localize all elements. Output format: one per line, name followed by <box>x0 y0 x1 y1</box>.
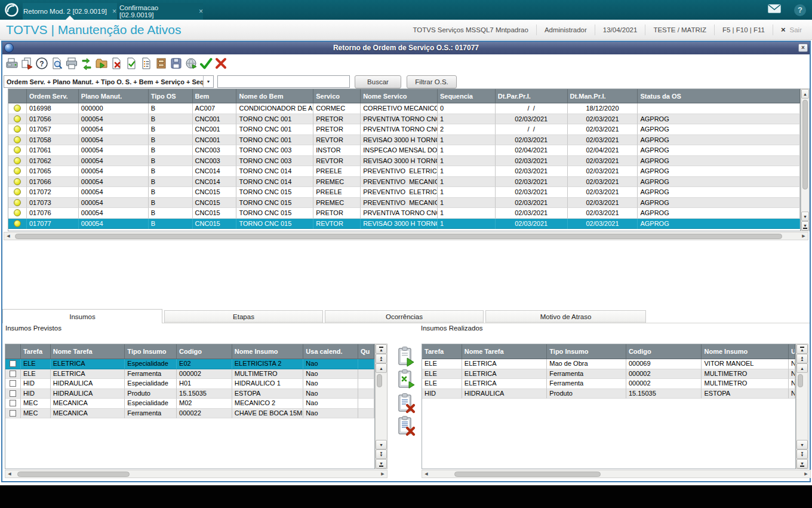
scroll-down-icon[interactable]: ▼ <box>801 212 809 221</box>
scroll-up-icon[interactable]: ▲ <box>801 89 809 99</box>
tab-confirmacao[interactable]: Confirmacao [02.9.0019] × <box>119 3 203 20</box>
refresh-icon[interactable] <box>79 56 94 72</box>
table-row[interactable]: 017058000054BCNC001TORNO CNC 001REVTORRE… <box>8 135 800 146</box>
previstos-horizontal-scrollbar[interactable]: ◀▶ <box>5 470 387 478</box>
scroll-first-icon[interactable]: ▲ <box>376 344 387 354</box>
tab-ocorrencias[interactable]: Ocorrências <box>325 310 484 323</box>
transfer-selected-button[interactable] <box>394 345 417 367</box>
column-header[interactable]: Bem <box>193 89 237 103</box>
filtrar-os-button[interactable]: Filtrar O.S. <box>407 75 457 88</box>
table-row[interactable]: 017073000054BCNC015TORNO CNC 015PREMECPR… <box>8 198 800 209</box>
table-row[interactable]: 017065000054BCNC014TORNO CNC 014PREELEPR… <box>8 166 800 177</box>
row-checkbox[interactable] <box>10 390 16 397</box>
tab-etapas[interactable]: Etapas <box>164 310 323 323</box>
check-doc-icon[interactable] <box>124 56 139 72</box>
scroll-pgdn-icon[interactable]: ▼▼ <box>796 449 808 459</box>
column-header[interactable]: Usa <box>789 344 795 359</box>
scroll-last-icon[interactable]: ▼ <box>376 459 387 469</box>
scrollbar-track[interactable] <box>13 232 799 240</box>
table-row[interactable]: 016998000000BAC007CONDICIONADOR DE ARCOR… <box>8 103 800 114</box>
column-header[interactable] <box>5 344 21 359</box>
archive-icon[interactable] <box>154 56 168 72</box>
globe-icon[interactable] <box>184 56 198 72</box>
scrollbar-track[interactable] <box>430 470 802 478</box>
column-header[interactable]: Servico <box>313 89 361 103</box>
help-icon[interactable]: ? <box>794 4 806 16</box>
tab-insumos[interactable]: Insumos <box>2 309 162 323</box>
column-header[interactable]: Nome do Bem <box>236 89 313 103</box>
row-checkbox[interactable] <box>10 400 16 406</box>
scrollbar-track[interactable] <box>376 373 387 440</box>
os-table-horizontal-scrollbar[interactable]: ◀▶ <box>4 232 808 240</box>
table-row[interactable]: 017076000054BCNC015TORNO CNC 015PRETORPR… <box>8 208 800 219</box>
scroll-right-icon[interactable]: ▶ <box>799 232 808 240</box>
scrollbar-thumb[interactable] <box>15 234 782 239</box>
table-row[interactable]: HIDHIDRAULICAEspecialidadeH01HIDRAULICO … <box>5 379 374 389</box>
column-header[interactable]: Sequencia <box>438 89 496 103</box>
import-icon[interactable] <box>94 56 109 72</box>
search-input[interactable] <box>217 75 350 88</box>
print-icon[interactable] <box>64 56 79 72</box>
table-row[interactable]: ELEELETRICAFerramenta000002MULTIMETRONao <box>5 369 374 380</box>
column-header[interactable]: Usa calend. <box>303 344 358 359</box>
table-row[interactable]: ELEELETRICAFerramenta000002MULTIMETRONao <box>422 379 795 389</box>
column-header[interactable]: Qu <box>358 344 374 359</box>
table-row[interactable]: 017062000054BCNC003TORNO CNC 003REVTORRE… <box>8 156 800 167</box>
scroll-up-icon[interactable]: ▲ <box>376 363 387 373</box>
table-row[interactable]: HIDHIDRAULICAProduto15.15035ESTOPANao <box>422 389 795 399</box>
scroll-down-icon[interactable]: ▼ <box>796 440 808 449</box>
scroll-left-icon[interactable]: ◀ <box>5 470 14 478</box>
table-row[interactable]: ELEELETRICAMao de Obra000069VITOR MANOEL… <box>422 359 795 369</box>
table-row[interactable]: ELEELETRICAFerramenta000002MULTIMETRONao <box>422 369 795 380</box>
column-header[interactable]: Nome Insumo <box>702 344 789 359</box>
scrollbar-thumb[interactable] <box>454 472 601 477</box>
os-table-vertical-scrollbar[interactable]: ▲▼▼ <box>801 88 810 231</box>
scroll-up-icon[interactable]: ▲ <box>796 363 808 373</box>
table-row[interactable]: ELEELETRICAEspecialidadeE02ELETRICISTA 2… <box>5 359 374 369</box>
copy-icon[interactable] <box>20 56 34 72</box>
column-header[interactable]: Ordem Serv. <box>27 89 79 103</box>
row-checkbox[interactable] <box>10 380 16 387</box>
scroll-last-icon[interactable]: ▼ <box>796 459 808 469</box>
scrollbar-thumb[interactable] <box>802 100 808 189</box>
sair-button[interactable]: ×Sair <box>773 25 810 35</box>
table-row[interactable]: HIDHIDRAULICAProduto15.15035ESTOPANao <box>5 389 374 399</box>
fax-icon[interactable] <box>5 56 19 72</box>
scroll-pgup-icon[interactable]: ▲▲ <box>796 354 808 363</box>
help-icon[interactable]: ? <box>35 56 49 72</box>
column-header[interactable]: Tarefa <box>21 344 51 359</box>
scrollbar-thumb[interactable] <box>377 374 382 387</box>
remove-selected-button[interactable] <box>394 392 417 414</box>
scroll-right-icon[interactable]: ▶ <box>802 470 810 478</box>
save-icon[interactable] <box>169 56 183 72</box>
mail-icon[interactable] <box>768 4 781 16</box>
remove-all-button[interactable] <box>394 415 417 436</box>
table-row[interactable]: MECMECANICAFerramenta000022CHAVE DE BOCA… <box>5 409 374 419</box>
column-header[interactable]: Dt.Man.Pr.I. <box>568 89 638 103</box>
column-header[interactable]: Tipo Insumo <box>125 344 177 359</box>
scrollbar-track[interactable] <box>14 470 379 478</box>
buscar-button[interactable]: Buscar <box>355 75 401 88</box>
scroll-pgdn-icon[interactable]: ▼▼ <box>376 449 387 459</box>
scroll-down-icon[interactable]: ▼ <box>376 440 387 449</box>
scroll-left-icon[interactable]: ◀ <box>422 470 430 478</box>
column-header[interactable]: Codigo <box>177 344 232 359</box>
column-header[interactable]: Nome Insumo <box>232 344 304 359</box>
cancel-icon[interactable] <box>214 56 228 72</box>
table-row[interactable]: 017077000054BCNC015TORNO CNC 015REVTORRE… <box>8 219 800 229</box>
table-row[interactable]: 017066000054BCNC014TORNO CNC 014PREMECPR… <box>8 177 800 188</box>
scroll-right-icon[interactable]: ▶ <box>379 470 387 478</box>
column-header[interactable] <box>8 89 27 103</box>
scroll-first-icon[interactable]: ▲ <box>796 344 808 354</box>
column-header[interactable]: Tipo OS <box>149 89 193 103</box>
realizados-horizontal-scrollbar[interactable]: ◀▶ <box>422 470 811 478</box>
column-header[interactable]: Codigo <box>626 344 702 359</box>
row-checkbox[interactable] <box>10 410 16 417</box>
delete-doc-icon[interactable] <box>109 56 124 72</box>
realizados-vertical-scrollbar[interactable]: ▲▲▲▲▼▼▼▼ <box>796 344 808 469</box>
scroll-left-icon[interactable]: ◀ <box>4 232 13 240</box>
tab-retorno-mod-2[interactable]: Retorno Mod. 2 [02.9.0019] × <box>23 3 117 20</box>
column-header[interactable]: Tarefa <box>422 344 462 359</box>
column-header[interactable]: Nome Servico <box>361 89 438 103</box>
tab-motivo-de-atraso[interactable]: Motivo de Atraso <box>485 310 646 323</box>
